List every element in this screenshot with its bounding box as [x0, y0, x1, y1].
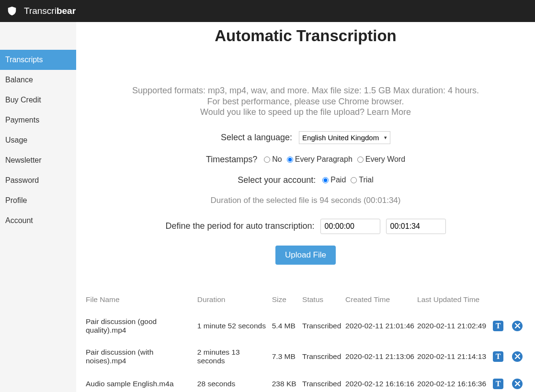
th-size: Size [272, 291, 302, 311]
cell-duration: 2 minutes 13 seconds [197, 341, 272, 372]
top-bar: Transcribear [0, 0, 535, 22]
sidebar-item-buy-credit[interactable]: Buy Credit [0, 90, 76, 110]
cell-updated: 2020-02-11 21:02:49 [417, 311, 489, 341]
brand[interactable]: Transcribear [24, 6, 76, 16]
info-line-1: Supported formats: mp3, mp4, wav, and mo… [86, 85, 525, 96]
timestamps-option-label: Every Paragraph [295, 155, 353, 164]
duration-note: Duration of the selected file is 94 seco… [86, 196, 525, 205]
period-start-input[interactable] [320, 219, 380, 234]
th-updated: Last Updated Time [417, 291, 489, 311]
timestamps-option-every-word[interactable]: Every Word [357, 155, 405, 164]
brand-bold: bear [57, 6, 76, 16]
timestamps-option-every-paragraph[interactable]: Every Paragraph [287, 155, 353, 164]
cell-updated: 2020-02-12 16:16:36 [417, 372, 489, 392]
language-row: Select a language: English United Kingdo… [86, 131, 525, 144]
language-select[interactable]: English United Kingdom [299, 131, 390, 144]
account-option-label: Paid [330, 176, 346, 184]
timestamps-row: Timestamps? NoEvery ParagraphEvery Word [86, 155, 525, 165]
account-option-paid[interactable]: Paid [322, 176, 346, 184]
cell-size: 7.3 MB [272, 341, 302, 372]
period-end-input[interactable] [386, 219, 446, 234]
sidebar-item-usage[interactable]: Usage [0, 130, 76, 150]
info-line-2: For best performance, please use Chrome … [86, 96, 525, 107]
timestamps-option-label: Every Word [365, 155, 405, 164]
account-row: Select your account: PaidTrial [86, 175, 525, 185]
cell-created: 2020-02-11 21:13:06 [345, 341, 417, 372]
cell-file: Pair discussion (with noises).mp4 [86, 341, 197, 372]
table-row: Audio sample English.m4a28 seconds238 KB… [86, 372, 525, 392]
account-radio[interactable] [351, 177, 357, 183]
table-header-row: File Name Duration Size Status Created T… [86, 291, 525, 311]
account-option-trial[interactable]: Trial [351, 176, 374, 184]
timestamps-radio[interactable] [357, 157, 364, 163]
account-label: Select your account: [238, 175, 316, 185]
page-title: Automatic Transcription [86, 27, 525, 45]
cell-status: Transcribed [302, 341, 345, 372]
th-status: Status [302, 291, 345, 311]
learn-more-link[interactable]: Learn More [367, 107, 411, 117]
logo-icon [7, 6, 17, 16]
sidebar: TranscriptsBalanceBuy CreditPaymentsUsag… [0, 22, 76, 392]
cell-status: Transcribed [302, 372, 345, 392]
files-table: File Name Duration Size Status Created T… [86, 291, 525, 392]
delete-icon[interactable] [512, 379, 523, 389]
sidebar-item-transcripts[interactable]: Transcripts [0, 50, 76, 70]
table-row: Pair discussion (good quality).mp41 minu… [86, 311, 525, 341]
timestamps-option-label: No [272, 155, 282, 164]
delete-icon[interactable] [512, 351, 523, 362]
table-row: Pair discussion (with noises).mp42 minut… [86, 341, 525, 372]
cell-size: 5.4 MB [272, 311, 302, 341]
brand-thin: Transcri [24, 6, 57, 16]
delete-icon[interactable] [512, 321, 523, 331]
cell-status: Transcribed [302, 311, 345, 341]
sidebar-item-balance[interactable]: Balance [0, 70, 76, 90]
info-line-3: Would you like to speed up the file uplo… [86, 107, 525, 118]
sidebar-item-account[interactable]: Account [0, 211, 76, 231]
th-created: Created Time [345, 291, 417, 311]
language-label: Select a language: [221, 133, 292, 143]
timestamps-radio[interactable] [264, 157, 270, 163]
sidebar-item-newsletter[interactable]: Newsletter [0, 150, 76, 170]
sidebar-item-profile[interactable]: Profile [0, 190, 76, 211]
period-row: Define the period for auto transcription… [86, 219, 525, 234]
transcript-icon[interactable]: T [493, 321, 503, 331]
transcript-icon[interactable]: T [493, 379, 503, 389]
cell-size: 238 KB [272, 372, 302, 392]
account-radio[interactable] [322, 177, 329, 183]
upload-file-button[interactable]: Upload File [275, 246, 336, 265]
timestamps-group: NoEvery ParagraphEvery Word [264, 155, 405, 164]
cell-created: 2020-02-11 21:01:46 [345, 311, 417, 341]
main-content: Automatic Transcription Supported format… [76, 22, 535, 392]
cell-file: Audio sample English.m4a [86, 372, 197, 392]
period-label: Define the period for auto transcription… [165, 221, 314, 231]
timestamps-label: Timestamps? [206, 155, 257, 165]
th-duration: Duration [197, 291, 272, 311]
cell-created: 2020-02-12 16:16:16 [345, 372, 417, 392]
cell-duration: 1 minute 52 seconds [197, 311, 272, 341]
account-option-label: Trial [359, 176, 374, 184]
sidebar-item-payments[interactable]: Payments [0, 110, 76, 130]
timestamps-radio[interactable] [287, 157, 293, 163]
cell-duration: 28 seconds [197, 372, 272, 392]
sidebar-item-password[interactable]: Password [0, 170, 76, 190]
account-group: PaidTrial [322, 176, 374, 184]
timestamps-option-no[interactable]: No [264, 155, 282, 164]
th-file: File Name [86, 291, 197, 311]
cell-updated: 2020-02-11 21:14:13 [417, 341, 489, 372]
info-block: Supported formats: mp3, mp4, wav, and mo… [86, 85, 525, 118]
cell-file: Pair discussion (good quality).mp4 [86, 311, 197, 341]
transcript-icon[interactable]: T [493, 351, 503, 362]
